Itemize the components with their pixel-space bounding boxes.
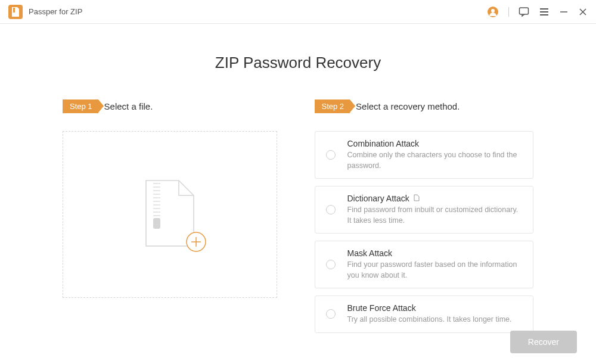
- radio-icon: [326, 260, 336, 269]
- method-mask-attack[interactable]: Mask Attack Find your password faster ba…: [315, 241, 534, 288]
- file-dropzone[interactable]: [63, 131, 277, 298]
- zip-file-icon: [140, 178, 200, 251]
- method-title: Dictionary Attack: [347, 194, 524, 203]
- methods-list: Combination Attack Combine only the char…: [315, 131, 534, 333]
- footer: Recover: [510, 331, 577, 353]
- step2-column: Step 2 Select a recovery method. Combina…: [315, 99, 534, 333]
- method-text: Mask Attack Find your password faster ba…: [347, 248, 524, 281]
- svg-rect-20: [153, 218, 160, 229]
- method-text: Brute Force Attack Try all possible comb…: [347, 303, 524, 325]
- close-icon[interactable]: [578, 7, 588, 17]
- radio-icon: [326, 205, 336, 214]
- page-title: ZIP Password Recovery: [24, 54, 572, 72]
- step2-label: Select a recovery method.: [356, 101, 460, 111]
- svg-rect-3: [520, 8, 529, 14]
- account-icon[interactable]: [487, 6, 499, 18]
- step2-header: Step 2 Select a recovery method.: [315, 99, 534, 113]
- method-dictionary-attack[interactable]: Dictionary Attack Find password from inb…: [315, 186, 534, 234]
- columns: Step 1 Select a file.: [24, 99, 572, 333]
- radio-icon: [326, 150, 336, 160]
- feedback-icon[interactable]: [519, 7, 529, 17]
- content: ZIP Password Recovery Step 1 Select a fi…: [0, 24, 596, 345]
- method-combination-attack[interactable]: Combination Attack Combine only the char…: [315, 131, 534, 179]
- divider: [508, 7, 509, 17]
- dictionary-file-icon: [413, 194, 420, 203]
- method-desc: Combine only the characters you choose t…: [347, 150, 524, 171]
- method-text: Dictionary Attack Find password from inb…: [347, 194, 524, 226]
- method-title: Mask Attack: [347, 248, 524, 258]
- app-title: Passper for ZIP: [29, 7, 82, 16]
- app-logo-icon: [8, 5, 23, 19]
- menu-icon[interactable]: [539, 7, 550, 17]
- method-title: Combination Attack: [347, 139, 524, 148]
- radio-icon: [326, 309, 336, 319]
- method-text: Combination Attack Combine only the char…: [347, 139, 524, 171]
- svg-rect-0: [13, 8, 15, 13]
- step2-badge: Step 2: [315, 99, 350, 113]
- method-desc: Find password from inbuilt or customized…: [347, 205, 524, 226]
- titlebar: Passper for ZIP: [0, 0, 596, 24]
- svg-point-2: [491, 9, 495, 13]
- method-title-text: Dictionary Attack: [347, 194, 409, 203]
- add-file-icon: [185, 231, 207, 255]
- step1-header: Step 1 Select a file.: [63, 99, 282, 113]
- method-brute-force-attack[interactable]: Brute Force Attack Try all possible comb…: [315, 295, 534, 333]
- method-desc: Find your password faster based on the i…: [347, 260, 524, 281]
- step1-label: Select a file.: [104, 101, 153, 111]
- method-desc: Try all possible combinations. It takes …: [347, 315, 524, 325]
- step1-badge: Step 1: [63, 99, 98, 113]
- method-title: Brute Force Attack: [347, 303, 524, 313]
- recover-button[interactable]: Recover: [510, 331, 577, 353]
- titlebar-left: Passper for ZIP: [8, 5, 82, 19]
- titlebar-right: [487, 6, 588, 18]
- minimize-icon[interactable]: [559, 7, 569, 17]
- step1-column: Step 1 Select a file.: [63, 99, 282, 333]
